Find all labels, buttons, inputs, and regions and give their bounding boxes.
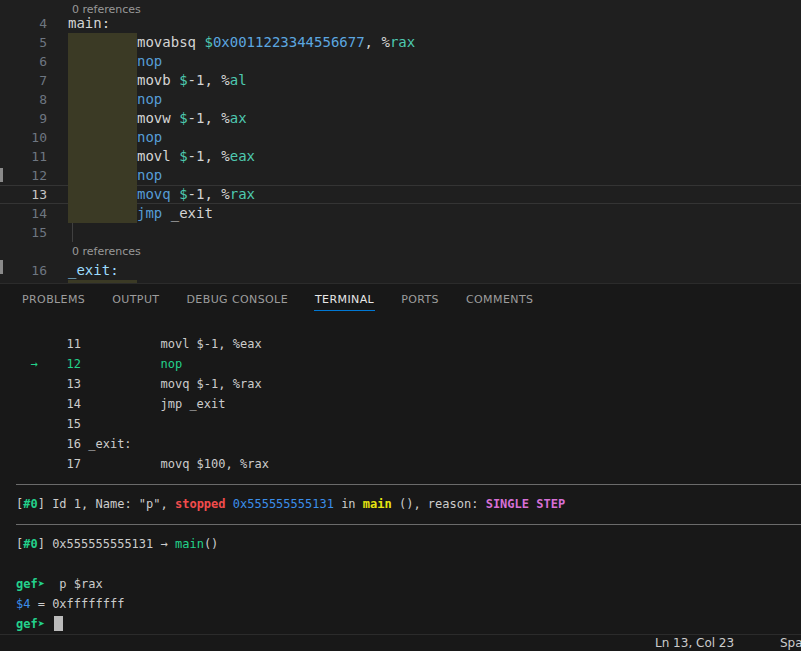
codelens-references[interactable]: 0 references — [72, 0, 141, 14]
terminal-text: stopped — [175, 497, 233, 511]
code-line[interactable]: 13movq $-1, %rax — [0, 185, 801, 204]
code-line[interactable]: 11movl $-1, %eax — [0, 147, 801, 166]
indent-highlight — [68, 33, 137, 52]
code-token: $ — [179, 185, 187, 204]
code-token: nop — [137, 128, 162, 147]
terminal-line: gef➤ p $rax — [16, 574, 801, 594]
panel-tab-ports[interactable]: PORTS — [400, 289, 440, 310]
panel-tab-comments[interactable]: COMMENTS — [465, 289, 534, 310]
code-token: ax — [230, 109, 247, 128]
code-line[interactable]: 9movw $-1, %ax — [0, 109, 801, 128]
cursor-position[interactable]: Ln 13, Col 23 — [655, 636, 734, 651]
code-line[interactable]: 12nop — [0, 166, 801, 185]
line-number[interactable]: 15 — [0, 223, 47, 242]
terminal-line — [16, 554, 801, 574]
line-number[interactable]: 11 — [0, 147, 47, 166]
line-number — [0, 280, 47, 283]
code-line[interactable]: 4main: — [0, 14, 801, 33]
line-number[interactable]: 8 — [0, 90, 47, 109]
code-token: movabsq — [137, 33, 204, 52]
indent-highlight — [68, 71, 137, 90]
code-line[interactable]: 8nop — [0, 90, 801, 109]
code-line[interactable]: 6nop — [0, 52, 801, 71]
code-line[interactable] — [0, 280, 801, 283]
editor-rows: 0 references4main:5movabsq $0x0011223344… — [0, 0, 801, 283]
terminal-line: [#0] 0x555555555131 → main() — [16, 534, 801, 554]
line-number[interactable]: 9 — [0, 109, 47, 128]
code-token: -1, % — [188, 185, 230, 204]
code-line[interactable]: 10nop — [0, 128, 801, 147]
line-number — [0, 242, 47, 261]
terminal-text: SINGLE STEP — [486, 497, 565, 511]
terminal-line: → 12 nop — [16, 354, 801, 374]
code-token: $ — [179, 71, 187, 90]
code-token: $ — [204, 33, 212, 52]
code-editor[interactable]: 0 references4main:5movabsq $0x0011223344… — [0, 0, 801, 283]
codelens[interactable]: 0 references — [0, 242, 801, 261]
line-number[interactable]: 7 — [0, 71, 47, 90]
terminal-cursor — [54, 616, 63, 631]
terminal-line: 13 movq $-1, %rax — [16, 374, 801, 394]
indent-highlight — [68, 128, 137, 147]
panel-tab-terminal[interactable]: TERMINAL — [314, 289, 375, 310]
terminal-text: = 0xffffffff — [30, 597, 124, 611]
codelens-references[interactable]: 0 references — [72, 242, 141, 261]
code-token: _exit: — [68, 261, 119, 280]
terminal-line: 14 jmp _exit — [16, 394, 801, 414]
terminal-line: [#0] Id 1, Name: "p", stopped 0x55555555… — [16, 494, 801, 514]
code-line[interactable]: 5movabsq $0x0011223344556677, %rax — [0, 33, 801, 52]
code-token: al — [230, 71, 247, 90]
line-number[interactable]: 12 — [0, 166, 47, 185]
line-number[interactable]: 6 — [0, 52, 47, 71]
terminal-text: 11 movl $-1, %eax — [16, 337, 262, 351]
terminal-text: $4 — [16, 597, 30, 611]
code-token: -1, % — [188, 71, 230, 90]
line-number[interactable]: 10 — [0, 128, 47, 147]
line-number[interactable]: 16 — [0, 261, 47, 280]
terminal-text: main — [363, 497, 392, 511]
terminal-text: main — [175, 537, 204, 551]
terminal-line: 16 _exit: — [16, 434, 801, 454]
spaces-indicator[interactable]: Spa — [780, 636, 801, 651]
line-number[interactable]: 14 — [0, 204, 47, 223]
panel-tab-bar: PROBLEMSOUTPUTDEBUG CONSOLETERMINALPORTS… — [0, 284, 801, 315]
code-token: -1, % — [188, 109, 230, 128]
indent-highlight — [68, 223, 137, 242]
gutter-mark — [0, 168, 3, 182]
code-token: movb — [137, 71, 179, 90]
code-token: 0x0011223344556677 — [213, 33, 365, 52]
terminal-text: p $rax — [45, 577, 103, 591]
terminal[interactable]: 11 movl $-1, %eax → 12 nop 13 movq $-1, … — [0, 315, 801, 634]
code-token: jmp — [137, 204, 171, 223]
terminal-text: in — [334, 497, 363, 511]
code-token: main: — [68, 14, 110, 33]
terminal-rows: 11 movl $-1, %eax → 12 nop 13 movq $-1, … — [16, 334, 801, 634]
line-number[interactable]: 13 — [0, 185, 47, 204]
line-number[interactable]: 5 — [0, 33, 47, 52]
code-line[interactable]: 7movb $-1, %al — [0, 71, 801, 90]
terminal-text: #0 — [23, 537, 37, 551]
panel-tab-output[interactable]: OUTPUT — [111, 289, 160, 310]
terminal-text: → 12 nop — [16, 357, 182, 371]
code-token: _exit — [171, 204, 213, 223]
indent-highlight — [68, 147, 137, 166]
code-token: $ — [179, 147, 187, 166]
terminal-text: (), reason: — [392, 497, 486, 511]
line-number[interactable]: 4 — [0, 14, 47, 33]
separator-line — [16, 484, 801, 485]
codelens[interactable]: 0 references — [0, 0, 801, 14]
panel-tab-debug-console[interactable]: DEBUG CONSOLE — [185, 289, 289, 310]
bottom-panel: PROBLEMSOUTPUTDEBUG CONSOLETERMINALPORTS… — [0, 283, 801, 634]
terminal-text: ] Id 1, Name: "p", — [38, 497, 175, 511]
code-token: , % — [365, 33, 390, 52]
indent-highlight — [68, 52, 137, 71]
code-token: nop — [137, 52, 162, 71]
terminal-text: () — [204, 537, 218, 551]
code-line[interactable]: 14jmp _exit — [0, 204, 801, 223]
code-line[interactable]: 15 — [0, 223, 801, 242]
vscode-window: 0 references4main:5movabsq $0x0011223344… — [0, 0, 801, 651]
panel-tab-problems[interactable]: PROBLEMS — [21, 289, 86, 310]
terminal-separator — [16, 474, 801, 494]
terminal-line: $4 = 0xffffffff — [16, 594, 801, 614]
code-line[interactable]: 16_exit: — [0, 261, 801, 280]
